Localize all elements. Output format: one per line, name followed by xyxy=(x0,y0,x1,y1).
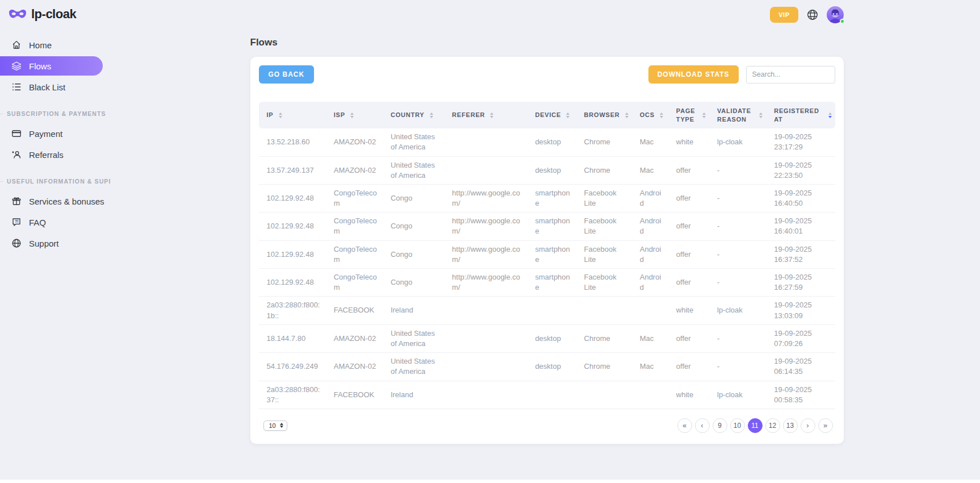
page-title: Flows xyxy=(250,37,844,48)
cell-device: desktop xyxy=(527,156,576,184)
cell-isp: CongoTelecom xyxy=(326,213,383,240)
sidebar-item-home[interactable]: Home xyxy=(0,35,114,55)
sidebar-item-label: Payment xyxy=(29,129,62,139)
column-header-device[interactable]: DEVICE xyxy=(527,102,576,128)
sidebar-item-flows[interactable]: Flows xyxy=(0,56,103,76)
sort-icon xyxy=(702,113,706,118)
column-header-ip[interactable]: IP xyxy=(259,102,326,128)
cell-validate-reason: - xyxy=(709,240,766,268)
cell-ip: 102.129.92.48 xyxy=(259,269,326,297)
cell-page-type: offer xyxy=(668,353,709,381)
referrals-icon xyxy=(11,149,22,160)
column-header-ocs[interactable]: OCS xyxy=(632,102,668,128)
pagination-page-11[interactable]: 11 xyxy=(748,418,763,433)
cell-browser: Chrome xyxy=(576,353,632,381)
table-row: 18.144.7.80AMAZON-02United States of Ame… xyxy=(259,324,835,352)
cell-registered-at: 19-09-2025 13:03:09 xyxy=(766,297,835,324)
cell-country: Ireland xyxy=(383,381,444,409)
cell-isp: AMAZON-02 xyxy=(326,156,383,184)
flows-icon xyxy=(11,61,22,71)
flows-table: IPISPCOUNTRYREFERERDEVICEBROWSEROCSPAGE … xyxy=(259,102,835,409)
table-row: 102.129.92.48CongoTelecomCongohttp://www… xyxy=(259,184,835,212)
sidebar-item-referrals[interactable]: Referrals xyxy=(0,145,114,164)
cell-browser xyxy=(576,381,632,409)
search-input[interactable] xyxy=(746,66,835,84)
sort-icon xyxy=(350,113,354,118)
sidebar-item-label: Support xyxy=(29,239,59,248)
pagination-page-9[interactable]: 9 xyxy=(713,418,727,433)
brand-logo[interactable]: lp-cloak xyxy=(0,5,114,22)
go-back-button[interactable]: GO BACK xyxy=(259,65,315,84)
download-stats-button[interactable]: DOWNLOAD STATS xyxy=(648,65,739,84)
table-row: 102.129.92.48CongoTelecomCongohttp://www… xyxy=(259,269,835,297)
table-row: 102.129.92.48CongoTelecomCongohttp://www… xyxy=(259,213,835,240)
pagination-page-10[interactable]: 10 xyxy=(730,418,745,433)
sidebar-item-faq[interactable]: ?!FAQ xyxy=(0,213,114,232)
cell-country: United States of America xyxy=(383,128,444,156)
cell-registered-at: 19-09-2025 00:58:35 xyxy=(766,381,835,409)
topbar: VIP xyxy=(250,0,844,24)
cell-device xyxy=(527,381,576,409)
cell-validate-reason: - xyxy=(709,324,766,352)
sidebar-item-label: FAQ xyxy=(29,218,46,227)
cell-validate-reason: - xyxy=(709,353,766,381)
column-header-browser[interactable]: BROWSER xyxy=(576,102,632,128)
cell-browser: Facebook Lite xyxy=(576,269,632,297)
cell-ocs: Android xyxy=(632,184,668,212)
cell-ocs: Mac xyxy=(632,156,668,184)
stepper-icon xyxy=(280,423,283,428)
cell-registered-at: 19-09-2025 16:40:50 xyxy=(766,184,835,212)
cell-country: Congo xyxy=(383,184,444,212)
pagination-page-13[interactable]: 13 xyxy=(783,418,798,433)
cell-isp: CongoTelecom xyxy=(326,240,383,268)
cell-referer: http://www.google.com/ xyxy=(444,184,527,212)
sidebar-item-payment[interactable]: Payment xyxy=(0,124,114,143)
home-icon xyxy=(11,40,22,50)
cell-registered-at: 19-09-2025 16:40:01 xyxy=(766,213,835,240)
column-header-page-type[interactable]: PAGE TYPE xyxy=(668,102,709,128)
cell-browser: Chrome xyxy=(576,156,632,184)
page-size-select[interactable]: 10 xyxy=(263,420,287,431)
cell-registered-at: 19-09-2025 16:27:59 xyxy=(766,269,835,297)
sort-icon xyxy=(828,113,832,118)
page-size-value: 10 xyxy=(269,422,276,429)
sidebar-item-support[interactable]: Support xyxy=(0,234,114,253)
globe-icon[interactable] xyxy=(806,9,819,21)
vip-button[interactable]: VIP xyxy=(770,7,798,23)
cell-country: Ireland xyxy=(383,297,444,324)
sidebar: lp-cloak HomeFlowsBlack ListSubscription… xyxy=(0,0,114,483)
pagination-last-button[interactable]: » xyxy=(818,418,833,433)
cell-ip: 2a03:2880:f800:37:: xyxy=(259,381,326,409)
cell-registered-at: 19-09-2025 16:37:52 xyxy=(766,240,835,268)
column-header-registered-at[interactable]: REGISTERED AT xyxy=(766,102,835,128)
column-header-country[interactable]: COUNTRY xyxy=(383,102,444,128)
pagination-prev-button[interactable]: ‹ xyxy=(695,418,710,433)
cell-page-type: offer xyxy=(668,156,709,184)
cell-ocs: Mac xyxy=(632,353,668,381)
cell-ocs xyxy=(632,381,668,409)
cell-device: smartphone xyxy=(527,213,576,240)
sidebar-item-label: Referrals xyxy=(29,150,64,160)
cell-ip: 18.144.7.80 xyxy=(259,324,326,352)
column-header-validate-reason[interactable]: VALIDATE REASON xyxy=(709,102,766,128)
cell-registered-at: 19-09-2025 22:23:50 xyxy=(766,156,835,184)
cell-device: desktop xyxy=(527,324,576,352)
column-header-isp[interactable]: ISP xyxy=(326,102,383,128)
cell-ocs: Mac xyxy=(632,128,668,156)
cell-ip: 102.129.92.48 xyxy=(259,213,326,240)
sidebar-item-services-bonuses[interactable]: Services & bonuses xyxy=(0,191,114,211)
pagination-next-button[interactable]: › xyxy=(801,418,815,433)
cell-validate-reason: - xyxy=(709,156,766,184)
cell-country: Congo xyxy=(383,240,444,268)
cell-page-type: offer xyxy=(668,269,709,297)
user-avatar[interactable] xyxy=(827,6,844,23)
cell-browser: Facebook Lite xyxy=(576,213,632,240)
cell-ocs: Android xyxy=(632,213,668,240)
cell-ocs: Mac xyxy=(632,324,668,352)
sidebar-item-black-list[interactable]: Black List xyxy=(0,77,114,97)
pagination-page-12[interactable]: 12 xyxy=(765,418,780,433)
cell-referer xyxy=(444,353,527,381)
pagination-first-button[interactable]: « xyxy=(677,418,692,433)
cell-browser: Facebook Lite xyxy=(576,184,632,212)
column-header-referer[interactable]: REFERER xyxy=(444,102,527,128)
